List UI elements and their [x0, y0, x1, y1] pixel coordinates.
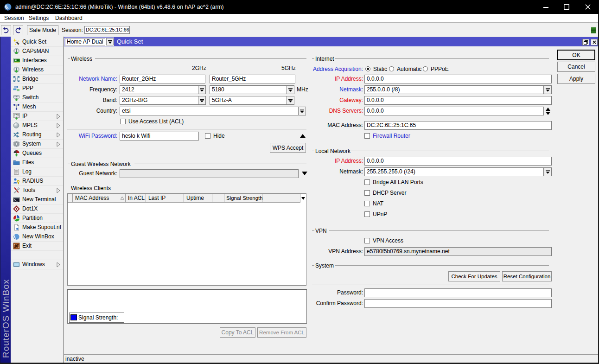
svg-text:255: 255 [14, 114, 19, 117]
